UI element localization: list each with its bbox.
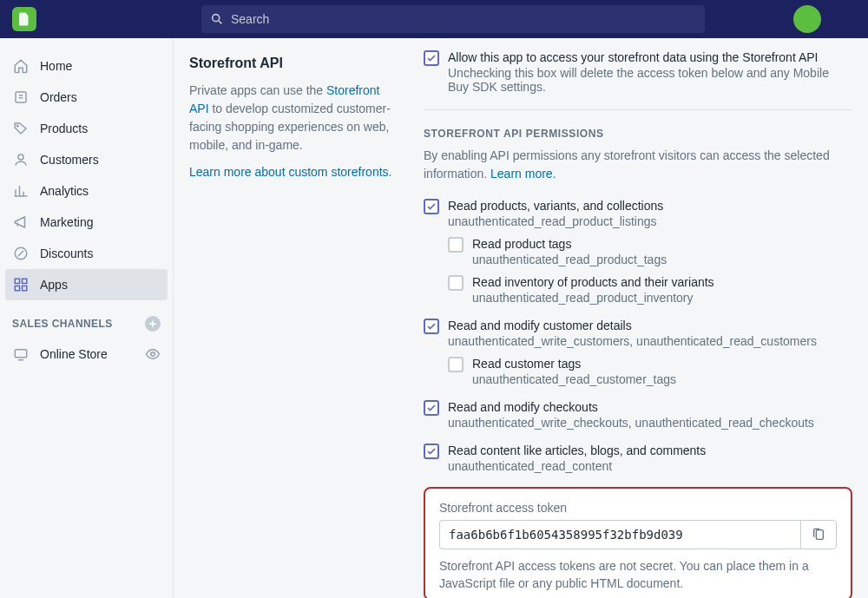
- topbar: [0, 0, 868, 38]
- permission-group: Read and modify checkouts unauthenticate…: [424, 400, 852, 430]
- avatar[interactable]: [793, 5, 821, 33]
- shopify-logo: [12, 7, 36, 31]
- permission-checkbox[interactable]: [424, 319, 439, 334]
- svg-rect-10: [15, 350, 27, 358]
- intro-paragraph: Private apps can use the Storefront API …: [189, 82, 392, 154]
- svg-point-0: [213, 15, 220, 22]
- permission-scope: unauthenticated_read_product_tags: [472, 253, 852, 266]
- permission-checkbox[interactable]: [424, 400, 439, 416]
- nav-label: Online Store: [40, 347, 145, 361]
- nav-label: Marketing: [40, 215, 161, 229]
- nav-online-store[interactable]: Online Store: [0, 338, 173, 370]
- apps-icon: [12, 276, 30, 293]
- token-input[interactable]: [439, 520, 800, 549]
- nav-analytics[interactable]: Analytics: [0, 175, 173, 207]
- nav-label: Home: [40, 59, 161, 73]
- permission-group: Read products, variants, and collections…: [424, 199, 852, 305]
- analytics-icon: [12, 182, 30, 200]
- add-channel-button[interactable]: +: [145, 316, 161, 332]
- svg-line-1: [219, 21, 221, 23]
- nav-apps[interactable]: Apps: [5, 269, 168, 300]
- permission-row: Read content like articles, blogs, and c…: [424, 444, 852, 473]
- clipboard-icon: [812, 528, 825, 542]
- search-bar[interactable]: [201, 5, 705, 33]
- permission-checkbox[interactable]: [448, 357, 464, 372]
- svg-rect-8: [15, 286, 19, 291]
- nav-marketing[interactable]: Marketing: [0, 207, 173, 238]
- intro-text: to develop customized customer-facing sh…: [189, 102, 391, 152]
- permission-title: Read products, variants, and collections: [448, 199, 852, 213]
- eye-icon[interactable]: [145, 346, 161, 362]
- permission-checkbox[interactable]: [448, 275, 464, 291]
- svg-point-4: [18, 154, 23, 160]
- permissions-desc: By enabling API permissions any storefro…: [424, 147, 852, 183]
- nav-label: Orders: [40, 90, 161, 104]
- nav-orders[interactable]: Orders: [0, 82, 173, 113]
- svg-rect-12: [816, 530, 823, 540]
- content-area: Storefront API Private apps can use the …: [174, 38, 868, 598]
- permission-title: Read content like articles, blogs, and c…: [448, 444, 852, 457]
- permission-title: Read inventory of products and their var…: [472, 275, 852, 289]
- marketing-icon: [12, 214, 30, 231]
- permission-title: Read product tags: [472, 237, 852, 251]
- permission-checkbox[interactable]: [448, 237, 464, 253]
- allow-access-sub: Unchecking this box will delete the acce…: [448, 66, 852, 94]
- permission-group: Read content like articles, blogs, and c…: [424, 444, 852, 473]
- permission-title: Read and modify checkouts: [448, 400, 852, 414]
- permission-scope: unauthenticated_write_checkouts, unauthe…: [448, 416, 852, 430]
- permission-checkbox[interactable]: [424, 199, 439, 214]
- permission-scope: unauthenticated_read_customer_tags: [472, 372, 852, 386]
- discounts-icon: [12, 245, 30, 262]
- permission-scope: unauthenticated_read_product_inventory: [472, 291, 852, 305]
- nav-home[interactable]: Home: [0, 50, 173, 82]
- permissions-heading: STOREFRONT API PERMISSIONS: [424, 128, 852, 140]
- nav-label: Customers: [40, 153, 161, 167]
- svg-rect-7: [23, 279, 27, 283]
- sidebar: Home Orders Products Customers Analytics…: [0, 38, 174, 598]
- token-note: Storefront API access tokens are not sec…: [439, 558, 837, 592]
- permission-row: Read and modify checkouts unauthenticate…: [424, 400, 852, 430]
- permission-row: Read and modify customer details unauthe…: [424, 319, 852, 348]
- svg-rect-9: [23, 286, 27, 291]
- allow-access-title: Allow this app to access your storefront…: [448, 50, 852, 64]
- nav-discounts[interactable]: Discounts: [0, 238, 173, 269]
- permission-row: Read products, variants, and collections…: [424, 199, 852, 228]
- intro-heading: Storefront API: [189, 56, 392, 71]
- intro-column: Storefront API Private apps can use the …: [174, 38, 408, 598]
- permission-title: Read customer tags: [472, 357, 852, 371]
- sub-permission-row: Read product tags unauthenticated_read_p…: [448, 237, 852, 266]
- allow-access-checkbox[interactable]: [424, 50, 439, 66]
- nav-label: Discounts: [40, 246, 161, 260]
- token-label: Storefront access token: [439, 501, 837, 515]
- nav-label: Apps: [40, 278, 161, 292]
- products-icon: [12, 120, 30, 137]
- learn-more-storefronts-link[interactable]: Learn more about custom storefronts.: [189, 165, 391, 179]
- sub-permission-row: Read customer tags unauthenticated_read_…: [448, 357, 852, 386]
- access-token-card: Storefront access token Storefront API a…: [424, 487, 852, 598]
- permission-checkbox[interactable]: [424, 444, 439, 459]
- svg-rect-6: [15, 279, 19, 283]
- permission-group: Read and modify customer details unauthe…: [424, 319, 852, 386]
- nav-customers[interactable]: Customers: [0, 144, 173, 175]
- sub-permission-row: Read inventory of products and their var…: [448, 275, 852, 305]
- sales-channels-heading: SALES CHANNELS +: [0, 300, 173, 338]
- intro-text: Private apps can use the: [189, 83, 326, 97]
- permission-scope: unauthenticated_write_customers, unauthe…: [448, 334, 852, 348]
- search-icon: [210, 12, 231, 26]
- permission-scope: unauthenticated_read_product_listings: [448, 214, 852, 228]
- orders-icon: [12, 89, 30, 106]
- permission-scope: unauthenticated_read_content: [448, 459, 852, 473]
- permissions-learn-more-link[interactable]: Learn more.: [490, 167, 556, 181]
- nav-label: Analytics: [40, 184, 161, 198]
- nav-products[interactable]: Products: [0, 113, 173, 144]
- customers-icon: [12, 151, 30, 168]
- copy-token-button[interactable]: [800, 520, 837, 549]
- search-input[interactable]: [231, 12, 696, 26]
- svg-point-11: [151, 352, 155, 357]
- section-title-text: SALES CHANNELS: [12, 318, 113, 330]
- settings-column: Allow this app to access your storefront…: [408, 38, 868, 598]
- divider: [424, 109, 852, 110]
- permissions-desc-text: By enabling API permissions any storefro…: [424, 148, 830, 181]
- online-store-icon: [12, 345, 30, 363]
- nav-label: Products: [40, 122, 161, 135]
